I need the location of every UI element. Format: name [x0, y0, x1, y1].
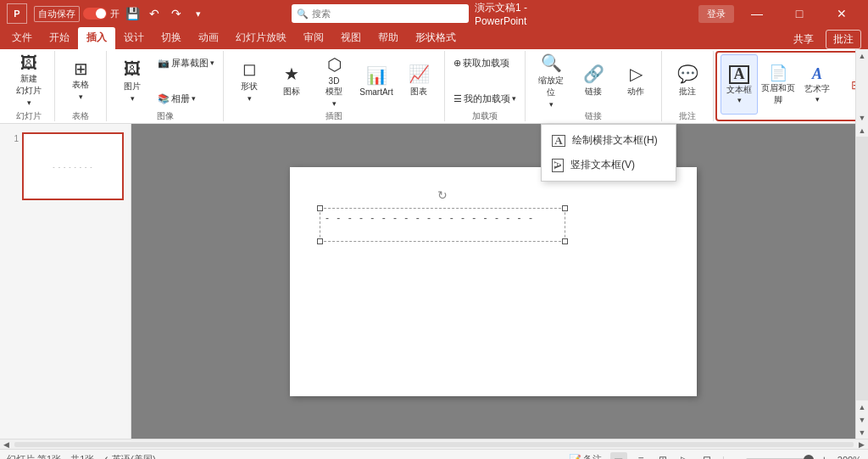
vertical-textbox-item[interactable]: A 竖排文本框(V) — [542, 153, 676, 177]
tab-file[interactable]: 文件 — [3, 27, 41, 49]
outline-view-button[interactable]: ≡ — [632, 452, 649, 460]
screenshot-button[interactable]: 📷 屏幕截图 ▾ — [154, 54, 218, 71]
tab-insert[interactable]: 插入 — [78, 27, 115, 49]
handle-bottom-right[interactable] — [562, 238, 568, 244]
ribbon-scroll-up[interactable]: ▲ — [856, 49, 869, 62]
action-button[interactable]: ▷ 动作 — [615, 54, 656, 107]
shapes-arrow: ▾ — [248, 94, 252, 103]
search-input[interactable] — [312, 8, 464, 19]
search-icon: 🔍 — [297, 8, 309, 20]
tab-slideshow[interactable]: 幻灯片放映 — [227, 27, 295, 49]
wordart-button[interactable]: A 艺术字 ▾ — [798, 54, 836, 115]
search-box[interactable]: 🔍 — [292, 4, 469, 23]
ribbon-group-addins: ⊕ 获取加载项 ☰ 我的加载项 ▾ 加载项 — [445, 51, 526, 121]
zoom-thumb[interactable] — [804, 455, 814, 460]
icons-button[interactable]: ★ 图标 — [271, 54, 312, 107]
my-addins-arrow: ▾ — [512, 94, 516, 103]
comment-button[interactable]: 💬 批注 — [667, 54, 708, 107]
ribbon-scroll-down[interactable]: ▼ — [856, 111, 869, 124]
link-button[interactable]: 🔗 链接 — [573, 54, 614, 107]
3d-models-button[interactable]: ⬡ 3D模型 ▾ — [314, 54, 354, 107]
rotate-handle[interactable]: ↻ — [437, 188, 448, 202]
notes-button[interactable]: 📝 备注 — [565, 453, 605, 459]
login-button[interactable]: 登录 — [698, 5, 734, 23]
new-slide-button[interactable]: 🖼 新建幻灯片 ▾ — [8, 54, 49, 107]
tab-transitions[interactable]: 切换 — [153, 27, 190, 49]
review-button[interactable]: 批注 — [826, 30, 861, 49]
tab-shape-format[interactable]: 形状格式 — [407, 27, 465, 49]
table-button[interactable]: ⊞ 表格 ▾ — [60, 54, 101, 107]
tab-help[interactable]: 帮助 — [370, 27, 407, 49]
link-label: 链接 — [585, 86, 602, 98]
tab-view[interactable]: 视图 — [332, 27, 370, 49]
header-footer-button[interactable]: 📄 页眉和页脚 — [760, 54, 797, 115]
handle-top-right[interactable] — [562, 205, 568, 211]
scroll-left-button[interactable]: ◀ — [0, 439, 13, 450]
vertical-textbox-icon: A — [552, 159, 564, 172]
get-addins-button[interactable]: ⊕ 获取加载项 — [450, 54, 520, 71]
handle-top-left[interactable] — [317, 205, 323, 211]
zoom-out-button[interactable]: − — [732, 453, 742, 459]
table-group-label: 表格 — [72, 109, 89, 122]
scroll-down-button[interactable]: ▼ — [856, 426, 868, 439]
main-area: 1 - - - - - - - - ↻ - - - - - - - - - - … — [0, 124, 868, 439]
ribbon-group-illustrations: ◻ 形状 ▾ ★ 图标 ⬡ 3D模型 ▾ 📊 SmartArt 📈 图表 插 — [224, 51, 445, 121]
zoom-button[interactable]: 🔍 缩放定位 ▾ — [531, 54, 571, 107]
canvas-area[interactable]: ↻ - - - - - - - - - - - - - - - - - - - — [131, 124, 855, 439]
ribbon: 🖼 新建幻灯片 ▾ 幻灯片 ⊞ 表格 ▾ 表格 🖼 图片 ▾ — [0, 49, 868, 124]
reading-view-button[interactable]: ▷ — [676, 452, 693, 460]
links-group-content: 🔍 缩放定位 ▾ 🔗 链接 ▷ 动作 — [531, 53, 656, 109]
zoom-arrow: ▾ — [549, 100, 554, 109]
textbox-button[interactable]: A 文本框 ▾ — [721, 54, 758, 115]
header-footer-label: 页眉和页脚 — [761, 82, 795, 106]
autosave-toggle[interactable] — [83, 8, 107, 20]
tab-review[interactable]: 审阅 — [295, 27, 332, 49]
comment-icon: 💬 — [677, 64, 698, 84]
title-bar: P 自动保存 开 💾 ↶ ↷ ▾ 🔍 演示文稿1 - PowerPoint 登录… — [0, 0, 868, 27]
scroll-track[interactable] — [856, 137, 868, 400]
horizontal-scroll-track[interactable] — [14, 442, 854, 447]
save-button[interactable]: 💾 — [123, 4, 142, 23]
smartart-button[interactable]: 📊 SmartArt — [356, 54, 397, 107]
slide-textbox[interactable]: ↻ - - - - - - - - - - - - - - - - - - - — [320, 208, 565, 242]
new-slide-icon: 🖼 — [20, 54, 37, 71]
normal-view-button[interactable]: ▭ — [610, 452, 627, 460]
spell-check-icon: ✓ — [101, 454, 109, 460]
scroll-right-button[interactable]: ▶ — [855, 439, 868, 450]
horizontal-textbox-item[interactable]: A 绘制横排文本框(H) — [542, 128, 676, 153]
slide-thumbnail-1[interactable]: 1 - - - - - - - - — [3, 129, 127, 204]
scroll-middle-down[interactable]: ▼ — [856, 413, 868, 426]
scroll-middle-up[interactable]: ▲ — [856, 400, 868, 413]
redo-button[interactable]: ↷ — [167, 4, 186, 23]
shapes-button[interactable]: ◻ 形状 ▾ — [229, 54, 270, 107]
minimize-button[interactable]: — — [737, 0, 776, 27]
tab-animations[interactable]: 动画 — [190, 27, 227, 49]
tab-design[interactable]: 设计 — [115, 27, 153, 49]
text-buttons-row: A 文本框 ▾ 📄 页眉和页脚 A 艺术字 ▾ ⊞ — [721, 54, 868, 115]
horizontal-scrollbar: ◀ ▶ — [0, 439, 868, 449]
textbox-arrow: ▾ — [737, 96, 742, 104]
vertical-scrollbar: ▲ ▲ ▼ ▼ — [855, 124, 868, 439]
more-commands-button[interactable]: ▾ — [189, 4, 208, 23]
smartart-label: SmartArt — [359, 87, 392, 97]
close-button[interactable]: ✕ — [822, 0, 861, 27]
icons-icon: ★ — [284, 64, 299, 84]
share-button[interactable]: 共享 — [787, 31, 821, 48]
slideshow-button[interactable]: ⊟ — [698, 452, 715, 460]
slide-sorter-button[interactable]: ⊞ — [654, 452, 671, 460]
zoom-in-button[interactable]: + — [819, 453, 829, 459]
album-button[interactable]: 📚 相册 ▾ — [154, 90, 218, 107]
autosave-toggle-knob — [96, 8, 106, 19]
title-bar-center: 🔍 演示文稿1 - PowerPoint — [292, 1, 576, 27]
slide-preview: - - - - - - - - — [22, 132, 124, 200]
tab-home[interactable]: 开始 — [41, 27, 78, 49]
restore-button[interactable]: □ — [780, 0, 819, 27]
picture-button[interactable]: 🖼 图片 ▾ — [112, 54, 153, 107]
scroll-up-button[interactable]: ▲ — [856, 124, 868, 137]
my-addins-button[interactable]: ☰ 我的加载项 ▾ — [450, 90, 520, 107]
undo-button[interactable]: ↶ — [145, 4, 164, 23]
chart-button[interactable]: 📈 图表 — [398, 54, 439, 107]
slides-group-content: 🖼 新建幻灯片 ▾ — [8, 53, 49, 109]
textbox-content: - - - - - - - - - - - - - - - - - - - — [320, 209, 565, 227]
handle-bottom-left[interactable] — [317, 238, 323, 244]
